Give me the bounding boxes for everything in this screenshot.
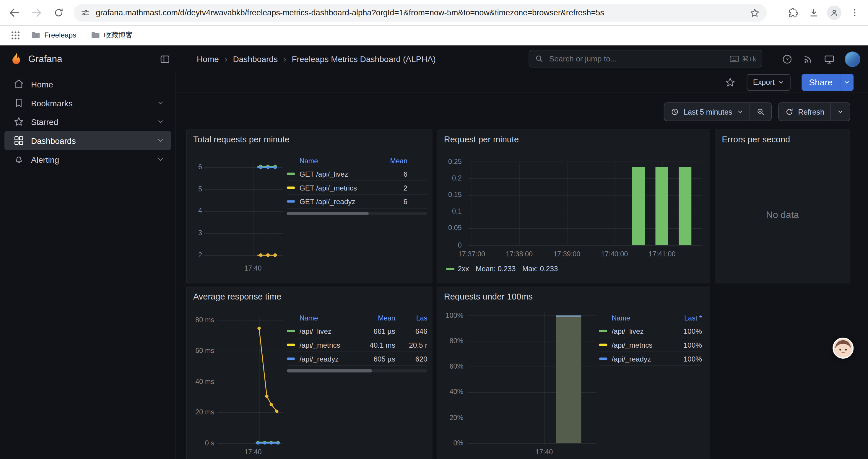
download-icon[interactable] [806,5,821,21]
refresh-icon[interactable] [51,5,66,21]
chevron-down-icon[interactable] [157,137,164,144]
series-name[interactable]: GET /api/_readyz [300,197,374,205]
export-button[interactable]: Export [747,74,790,90]
help-icon[interactable]: ? [782,54,793,64]
series-mean: 605 µs [361,355,395,363]
gridlines [204,167,283,256]
time-range-picker[interactable]: Last 5 minutes [664,103,749,121]
url-bar[interactable] [73,4,767,22]
header-icons: ? [782,45,860,73]
apps-grid-icon[interactable] [8,28,23,43]
y-tick: 0.2 [438,174,462,182]
sidebar-toggle-icon[interactable] [159,54,170,64]
series-name[interactable]: /api/_readyz [612,355,668,363]
bookmark-folder-freeleaps[interactable]: Freeleaps [31,30,76,40]
series-2xx[interactable]: 2xx [446,265,469,273]
x-tick: 17:40 [244,448,262,456]
search-box[interactable]: ⌘+k [529,50,762,68]
bookmark-label: Freeleaps [44,31,76,39]
sidebar-item-dashboards[interactable]: Dashboards [4,131,171,150]
share-menu-chevron[interactable] [840,74,854,90]
legend-header-last[interactable]: Last * [668,314,702,322]
sidebar-item-bookmarks[interactable]: Bookmarks [4,94,171,112]
series-color-green [287,330,295,332]
series-mean: 661 µs [361,327,395,335]
url-input[interactable] [95,8,749,18]
display-kiosk-icon[interactable] [824,54,835,64]
sidebar-item-label: Starred [31,117,58,126]
zoom-out-button[interactable] [749,103,771,121]
y-tick: 20% [438,414,463,422]
browser-menu-icon[interactable] [847,5,862,21]
site-settings-icon[interactable] [80,8,90,18]
refresh-interval-chevron[interactable] [831,103,850,121]
legend-header-last[interactable]: Las [395,314,428,322]
legend-header-name[interactable]: Name [612,314,668,322]
profile-avatar[interactable] [827,6,841,20]
legend-header-mean[interactable]: Mean [374,157,407,165]
breadcrumb-dashboards[interactable]: Dashboards [233,54,278,64]
panel-requests-under-100ms: Requests under 100ms 100% 80% 60% 40% 20… [437,287,710,459]
series-name[interactable]: /api/_metrics [612,340,668,349]
y-tick: 0.05 [438,224,462,232]
chevron-down-icon[interactable] [157,99,164,107]
sidebar-item-starred[interactable]: Starred [4,112,171,131]
user-avatar[interactable] [845,51,860,66]
panel-title[interactable]: Request per minute [444,134,519,144]
sidebar-item-label: Home [31,79,53,89]
dashboard-main: Export Share Last 5 minutes [176,72,868,459]
panel-title[interactable]: Total requests per minute [193,134,289,144]
series-name[interactable]: /api/_metrics [300,340,361,349]
series-color-blue [287,357,295,359]
share-button[interactable]: Share [802,74,854,90]
bookmark-folder-blogs[interactable]: 收藏博客 [91,30,133,40]
favorite-star-icon[interactable] [725,77,736,88]
legend-header-mean[interactable]: Mean [361,314,395,322]
grafana-header: Grafana Home › Dashboards › Freeleaps Me… [0,45,868,73]
bookmark-icon [13,97,24,108]
series-last: 646 [395,327,428,335]
y-tick: 40% [438,388,463,395]
legend-scrollbar[interactable] [287,212,428,215]
assistant-avatar-widget[interactable] [833,338,854,359]
search-input[interactable] [548,54,730,64]
y-tick: 3 [188,229,202,237]
y-tick: 0.1 [438,208,462,215]
panel-title[interactable]: Requests under 100ms [444,292,533,302]
panel-title[interactable]: Errors per second [722,134,790,144]
news-rss-icon[interactable] [803,54,814,64]
chevron-down-icon[interactable] [157,156,164,163]
zoom-out-icon [756,107,765,117]
grafana-logo[interactable] [9,52,23,66]
series-name[interactable]: GET /api/_livez [300,169,374,178]
folder-icon [31,30,40,40]
legend-header-name[interactable]: Name [300,314,361,322]
breadcrumb-home[interactable]: Home [197,54,219,64]
avatar-face [834,339,852,358]
legend-header-name[interactable]: Name [300,157,374,165]
series-color-blue [599,357,607,359]
refresh-button[interactable]: Refresh [779,103,831,121]
gridlines [217,320,283,444]
series-name[interactable]: /api/_readyz [300,355,361,363]
refresh-icon [785,107,794,117]
sidebar-item-home[interactable]: Home [4,75,171,94]
legend-scrollbar[interactable] [287,369,428,372]
gridline-v [259,316,260,447]
series-name[interactable]: /api/_livez [300,327,361,335]
bookmark-star-icon[interactable] [749,7,760,18]
series-name[interactable]: /api/_livez [612,327,668,335]
series-name[interactable]: GET /api/_metrics [300,184,374,192]
panel-title[interactable]: Average response time [193,292,281,302]
bar-100-percent [556,316,581,444]
panel-total-requests: Total requests per minute 6 5 4 3 2 [186,129,433,283]
series-last: 620 [395,355,428,363]
browser-toolbar [0,0,868,25]
back-icon[interactable] [6,5,22,21]
extensions-icon[interactable] [785,5,800,21]
legend-row: 2xx Mean: 0.233 Max: 0.233 [446,265,558,273]
gridlines-v [471,162,662,245]
chevron-down-icon[interactable] [157,118,164,126]
sidebar-item-alerting[interactable]: Alerting [4,150,171,169]
series-mean: 6 [374,169,407,178]
